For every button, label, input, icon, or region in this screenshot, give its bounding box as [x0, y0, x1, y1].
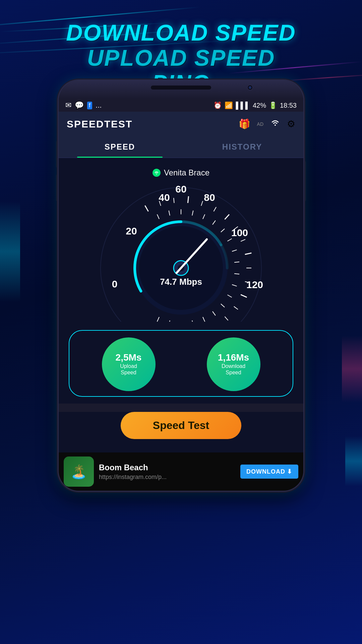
svg-point-0: [275, 124, 276, 126]
upload-stat: 2,5Ms UploadSpeed: [102, 337, 156, 391]
svg-line-25: [169, 211, 170, 216]
ad-text-block: Boom Beach https://instagram.com/p...: [99, 463, 235, 481]
alarm-icon: ⏰: [214, 101, 222, 109]
svg-text:0: 0: [112, 278, 118, 289]
ad-game-url: https://instagram.com/p...: [99, 474, 235, 481]
svg-line-36: [228, 295, 232, 298]
phone-container: ✉ 💬 f ... ⏰ 📶 ▌▌▌ 42% 🔋 18:53 SPEEDTEST …: [59, 80, 303, 491]
facebook-icon: f: [87, 102, 92, 109]
svg-line-32: [232, 250, 237, 252]
speedometer-svg: 0 20 40 60 80 100 120: [70, 181, 292, 322]
svg-line-15: [241, 294, 247, 297]
svg-line-35: [232, 284, 237, 286]
svg-text:80: 80: [204, 192, 215, 203]
svg-line-31: [228, 239, 232, 241]
svg-line-11: [241, 239, 245, 241]
speedometer-wrapper: 0 20 40 60 80 100 120: [65, 181, 297, 322]
svg-text:74.7 Mbps: 74.7 Mbps: [160, 277, 202, 287]
upload-value: 2,5Ms: [116, 353, 142, 363]
svg-line-37: [221, 304, 225, 307]
message-icon: ✉: [65, 101, 71, 110]
svg-line-33: [234, 262, 239, 263]
svg-line-3: [145, 206, 148, 211]
tabs-container: SPEED HISTORY: [59, 136, 303, 158]
right-accent-bar-1: [342, 335, 362, 402]
ad-download-button[interactable]: DOWNLOAD ⬇: [240, 465, 298, 479]
clock: 18:53: [280, 102, 297, 109]
ad-label: AD: [257, 121, 263, 127]
app-title: SPEEDTEST: [67, 118, 132, 130]
isp-name: Venita Brace: [164, 168, 209, 177]
upload-label: UploadSpeed: [120, 363, 137, 376]
titlebar-icons: 🎁 AD ⚙: [239, 118, 295, 130]
volume-up-button[interactable]: [56, 141, 59, 168]
phone-frame: ✉ 💬 f ... ⏰ 📶 ▌▌▌ 42% 🔋 18:53 SPEEDTEST …: [59, 80, 303, 491]
stats-container: 2,5Ms UploadSpeed 1,16Ms DownloadSpeed: [59, 328, 303, 404]
header-download: DOWNLOAD SPEED: [0, 20, 362, 45]
settings-icon[interactable]: ⚙: [287, 118, 295, 129]
stats-row: 2,5Ms UploadSpeed 1,16Ms DownloadSpeed: [69, 330, 293, 397]
phone-camera: [247, 85, 253, 91]
svg-line-29: [213, 220, 216, 224]
battery-percentage: 42%: [253, 102, 266, 109]
svg-line-5: [174, 198, 174, 203]
speed-test-button[interactable]: Speed Test: [121, 412, 241, 439]
status-left-icons: ✉ 💬 f ...: [65, 101, 102, 110]
right-accent-bar-2: [345, 436, 362, 486]
svg-line-12: [245, 253, 252, 254]
button-container: Speed Test: [59, 412, 303, 452]
svg-line-16: [234, 307, 238, 310]
svg-line-34: [234, 274, 239, 274]
svg-text:100: 100: [231, 227, 248, 238]
svg-line-27: [192, 211, 193, 216]
ad-banner[interactable]: 🏝️ Boom Beach https://instagram.com/p...…: [59, 452, 303, 491]
svg-line-42: [169, 321, 170, 322]
wifi-status-icon: 📶: [225, 101, 233, 109]
header-upload: UPLOAD SPEED: [0, 45, 362, 70]
status-bar: ✉ 💬 f ... ⏰ 📶 ▌▌▌ 42% 🔋 18:53: [59, 99, 303, 112]
ad-game-icon: 🏝️: [64, 457, 94, 487]
svg-line-39: [203, 317, 205, 322]
gift-icon[interactable]: 🎁: [239, 118, 250, 129]
svg-line-17: [225, 317, 228, 320]
phone-speaker: [151, 86, 211, 90]
download-stat: 1,16Ms DownloadSpeed: [207, 337, 260, 391]
ad-game-title: Boom Beach: [99, 463, 235, 472]
svg-line-43: [157, 317, 159, 322]
svg-line-7: [201, 201, 203, 206]
isp-label: Venita Brace: [65, 168, 297, 177]
svg-line-8: [214, 207, 217, 211]
phone-top-edge: [59, 80, 303, 99]
svg-line-30: [221, 229, 225, 232]
left-accent-bar: [0, 201, 20, 302]
svg-line-24: [157, 214, 159, 219]
wifi-icon[interactable]: [270, 118, 280, 130]
app-titlebar: SPEEDTEST 🎁 AD ⚙: [59, 112, 303, 136]
isp-dot: [153, 169, 161, 177]
svg-text:40: 40: [159, 192, 170, 203]
battery-icon: 🔋: [269, 101, 277, 109]
svg-point-1: [156, 174, 157, 174]
power-button[interactable]: [303, 161, 306, 201]
more-icon: ...: [96, 101, 102, 110]
signal-bars: ▌▌▌: [236, 102, 250, 109]
status-right-info: ⏰ 📶 ▌▌▌ 42% 🔋 18:53: [214, 101, 297, 109]
volume-down-button[interactable]: [56, 174, 59, 201]
download-value: 1,16Ms: [218, 353, 249, 363]
download-label: DownloadSpeed: [222, 363, 245, 376]
tab-speed[interactable]: SPEED: [59, 136, 181, 158]
svg-line-28: [203, 214, 205, 219]
tab-history[interactable]: HISTORY: [181, 136, 303, 158]
svg-line-6: [188, 196, 188, 203]
messenger-icon: 💬: [75, 101, 84, 110]
svg-line-9: [225, 214, 229, 219]
download-arrow-icon: ⬇: [287, 468, 292, 475]
svg-line-40: [192, 321, 193, 322]
svg-text:60: 60: [175, 183, 186, 195]
svg-text:20: 20: [126, 225, 137, 236]
svg-text:120: 120: [246, 279, 263, 290]
speedometer-area: Venita Brace: [59, 158, 303, 328]
svg-line-38: [213, 311, 216, 315]
